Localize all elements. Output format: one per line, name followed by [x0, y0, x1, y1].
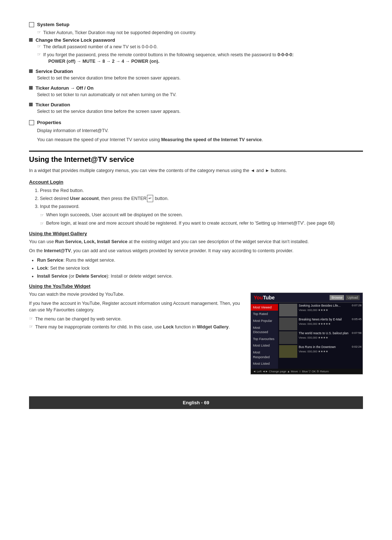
system-setup-note1-text: Ticker Autorun, Ticker Duration may not … — [43, 29, 196, 36]
bullet-lock: Lock: Set the service lock — [37, 265, 363, 272]
footer-bar: English - 69 — [29, 396, 363, 409]
yt-video-info-4: Bus Runs in the Downtown Views: 000,000 … — [299, 345, 351, 353]
bullet-run-service: Run Service: Runs the widget service. — [37, 257, 363, 264]
yt-thumb-4 — [279, 345, 297, 358]
yt-nav-most-discussed[interactable]: Most Discussed — [251, 324, 278, 336]
youtube-widget-heading: Using the YouTube Widget — [29, 283, 363, 289]
yt-video-row-3: The world reacts to U.S. bailout plan Vi… — [279, 331, 362, 344]
yt-video-meta-3: Views: 000,000 ★★★★ — [299, 336, 351, 339]
change-service-lock-title: Change the Service Lock password — [36, 37, 115, 43]
youtube-note1: ☞ The menu can be changed by web service… — [29, 316, 243, 323]
yt-nav-most-popular[interactable]: Most Popular — [251, 318, 278, 324]
yt-nav-most-listed-2[interactable]: Most Listed — [251, 360, 278, 367]
youtube-widget-subsection: Using the YouTube Widget YouTube Browse … — [29, 283, 363, 375]
yt-nav: Most Viewed Top Rated Most Popular Most … — [251, 303, 278, 369]
note-icon-yt1: ☞ — [29, 316, 33, 321]
ticker-autorun-title: Ticker Autorun → Off / On — [36, 85, 94, 91]
yt-video-row-2: Breaking News Alerts by E-Mail Views: 00… — [279, 318, 362, 330]
note-icon-yt2: ☞ — [29, 324, 33, 329]
yt-video-row-1: Seeking Justice Besides Life... Views: 0… — [279, 304, 362, 316]
yt-duration-2: 0:05:45 — [352, 318, 362, 321]
properties-header: Properties — [29, 120, 363, 125]
properties-line1: Display information of Internet@TV. — [29, 127, 363, 134]
youtube-widget-ui: YouTube Browse Upload Most Viewed Top Ra… — [250, 292, 363, 375]
change-lock-note2: ☞ If you forget the password, press the … — [29, 52, 363, 65]
ticker-duration-text: Select to set the service duration time … — [29, 108, 363, 115]
yt-nav-top-favourites[interactable]: Top Favourites — [251, 336, 278, 343]
service-duration-text: Select to set the service duration time … — [29, 75, 363, 82]
yt-thumb-3 — [279, 331, 297, 344]
yt-footer-text: ◄ Left ◄► Change page ▲ Move ☆ Blue ▽ OK… — [253, 370, 329, 373]
system-setup-note1: ☞ Ticker Autorun, Ticker Duration may no… — [29, 29, 363, 36]
yt-nav-most-listed[interactable]: Most Listed — [251, 342, 278, 349]
account-login-subsection: Account Login Press the Red button. Sele… — [29, 179, 363, 228]
yt-thumb-1 — [279, 304, 297, 316]
widget-gallery-subsection: Using the Widget Gallery You can use Run… — [29, 231, 363, 280]
yt-video-title-2: Breaking News Alerts by E-Mail — [299, 318, 351, 322]
ticker-autorun-header: Ticker Autorun → Off / On — [29, 85, 363, 91]
widget-gallery-heading: Using the Widget Gallery — [29, 231, 363, 236]
yt-logo: YouTube — [254, 295, 330, 300]
note-icon-2: ☞ — [37, 44, 41, 49]
yt-nav-most-viewed[interactable]: Most Viewed — [251, 304, 278, 311]
yt-video-info-3: The world reacts to U.S. bailout plan Vi… — [299, 331, 351, 339]
yt-video-meta-1: Views: 000,000 ★★★★ — [299, 308, 351, 312]
step-1: Press the Red button. — [40, 187, 363, 194]
yt-video-row-4: Bus Runs in the Downtown Views: 000,000 … — [279, 345, 362, 358]
enter-icon: ↵ — [147, 195, 153, 202]
youtube-note2-text: There may be inappropriate contents for … — [35, 324, 230, 331]
service-duration-subsection: Service Duration Select to set the servi… — [29, 69, 363, 82]
yt-video-meta-4: Views: 000,000 ★★★★ — [299, 350, 351, 353]
note-icon-3: ☞ — [37, 52, 41, 57]
yt-tab-browse[interactable]: Browse — [330, 295, 344, 300]
yt-duration-1: 0:07:28 — [352, 304, 362, 307]
yt-header: YouTube Browse Upload — [251, 293, 363, 303]
yt-video-meta-2: Views: 000,000 ★★★★★ — [299, 322, 351, 326]
yt-tabs: Browse Upload — [330, 295, 360, 300]
login-note2: ☞ Before login, at least one and more ac… — [40, 220, 363, 227]
change-service-lock-header: Change the Service Lock password — [29, 37, 363, 43]
yt-video-title-3: The world reacts to U.S. bailout plan — [299, 331, 351, 335]
footer-label: English - 69 — [183, 400, 209, 405]
yt-video-info-2: Breaking News Alerts by E-Mail Views: 00… — [299, 318, 351, 326]
yt-thumb-2 — [279, 318, 297, 330]
change-lock-note1-text: The default password number of a new TV … — [43, 44, 158, 50]
note-icon-1: ☞ — [37, 30, 41, 35]
yt-footer: ◄ Left ◄► Change page ▲ Move ☆ Blue ▽ OK… — [251, 369, 363, 374]
change-lock-note2-text: If you forget the password, press the re… — [43, 52, 294, 65]
bullet-install-service: Install Service (or Delete Service): Ins… — [37, 273, 363, 280]
properties-line2: You can measure the speed of your Intern… — [29, 136, 363, 143]
step-2: Select desired User account, then press … — [40, 195, 363, 202]
service-duration-header: Service Duration — [29, 69, 363, 74]
ticker-duration-subsection: Ticker Duration Select to set the servic… — [29, 102, 363, 115]
yt-video-info-1: Seeking Justice Besides Life... Views: 0… — [299, 304, 351, 312]
service-duration-title: Service Duration — [36, 69, 73, 74]
yt-duration-3: 0:07:58 — [352, 331, 362, 335]
yt-nav-most-responded[interactable]: Most Responded — [251, 349, 278, 360]
youtube-note2: ☞ There may be inappropriate contents fo… — [29, 324, 243, 331]
yt-content: Seeking Justice Besides Life... Views: 0… — [278, 303, 363, 369]
step-3: Input the password. ☞ When login succeed… — [40, 203, 363, 227]
internet-tv-intro: In a widget that provides multiple categ… — [29, 167, 363, 174]
login-note1: ☞ When login succeeds, User account will… — [40, 212, 363, 219]
internet-tv-section: Using the Internet@TV service In a widge… — [29, 151, 363, 375]
widget-gallery-para2: On the Internet@TV, you can add and use … — [29, 248, 363, 254]
ticker-duration-header: Ticker Duration — [29, 102, 363, 107]
yt-video-title-1: Seeking Justice Besides Life... — [299, 304, 351, 308]
internet-tv-section-title: Using the Internet@TV service — [29, 155, 363, 164]
system-setup-header: System Setup — [29, 22, 363, 27]
checkbox-icon — [29, 22, 34, 27]
ticker-autorun-subsection: Ticker Autorun → Off / On Select to set … — [29, 85, 363, 98]
change-service-lock-subsection: Change the Service Lock password ☞ The d… — [29, 37, 363, 65]
yt-nav-top-rated[interactable]: Top Rated — [251, 311, 278, 318]
square-icon-4 — [29, 103, 33, 106]
square-icon-2 — [29, 69, 33, 73]
widget-gallery-bullets: Run Service: Runs the widget service. Lo… — [29, 257, 363, 280]
system-setup-title: System Setup — [37, 22, 69, 27]
ticker-duration-title: Ticker Duration — [36, 102, 70, 107]
note-icon-4: ☞ — [40, 212, 44, 219]
square-icon-1 — [29, 38, 33, 42]
checkbox-icon-2 — [29, 120, 34, 125]
yt-tab-upload[interactable]: Upload — [346, 295, 360, 300]
account-login-heading: Account Login — [29, 179, 363, 185]
